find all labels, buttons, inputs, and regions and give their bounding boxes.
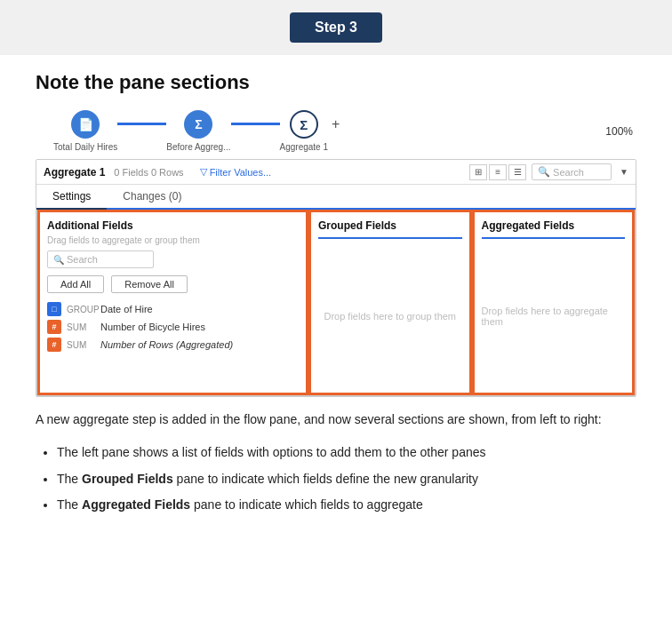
view-icon-3[interactable]: ☰ bbox=[508, 164, 526, 180]
flow-connector-1 bbox=[117, 123, 166, 125]
grouped-fields-title: Grouped Fields bbox=[318, 219, 462, 239]
field-type-3: SUM bbox=[67, 340, 95, 350]
left-search-icon: 🔍 bbox=[53, 255, 64, 265]
flow-connector-2 bbox=[231, 123, 280, 125]
add-all-button[interactable]: Add All bbox=[47, 275, 104, 293]
flow-node-aggregate1: Σ Aggregate 1 bbox=[280, 110, 329, 152]
field-item-date-of-hire: □ GROUP Date of Hire bbox=[47, 302, 299, 316]
field-name-2: Number of Bicycle Hires bbox=[100, 322, 205, 332]
bullet-list: The left pane shows a list of fields wit… bbox=[36, 441, 636, 516]
field-icon-sum1: # bbox=[47, 320, 61, 334]
flow-diagram: 📄 Total Daily Hires Σ Before Aggreg... Σ… bbox=[36, 110, 636, 152]
filter-button[interactable]: ▽ Filter Values... bbox=[200, 166, 272, 178]
view-icon-1[interactable]: ⊞ bbox=[469, 164, 487, 180]
field-name-3: Number of Rows (Aggregated) bbox=[100, 339, 233, 350]
additional-fields-pane: Additional Fields Drag fields to aggrega… bbox=[37, 210, 308, 395]
field-icon-group: □ bbox=[47, 302, 61, 316]
field-item-bicycle-hires: # SUM Number of Bicycle Hires bbox=[47, 320, 299, 334]
page-title: Note the pane sections bbox=[36, 71, 636, 94]
doc-icon: 📄 bbox=[71, 110, 100, 139]
flow-node-total-daily-hires: 📄 Total Daily Hires bbox=[53, 110, 117, 152]
field-type-2: SUM bbox=[67, 322, 95, 332]
bold-grouped: Grouped Fields bbox=[82, 472, 173, 486]
dropdown-arrow[interactable]: ▼ bbox=[620, 167, 628, 177]
grouped-fields-pane: Grouped Fields Drop fields here to group… bbox=[308, 210, 472, 395]
plus-icon: + bbox=[332, 116, 340, 132]
sigma-icon-2: Σ bbox=[184, 110, 212, 139]
field-type-1: GROUP bbox=[67, 305, 95, 314]
left-pane-hint: Drag fields to aggregate or group them bbox=[47, 235, 299, 245]
tab-settings[interactable]: Settings bbox=[36, 185, 107, 210]
sigma-icon-active: Σ bbox=[290, 110, 318, 139]
tab-bar: Settings Changes (0) bbox=[36, 185, 636, 210]
bold-aggregated: Aggregated Fields bbox=[82, 497, 190, 512]
field-list: □ GROUP Date of Hire # SUM Number of Bic… bbox=[47, 302, 299, 352]
view-icon-2[interactable]: ≡ bbox=[489, 164, 507, 180]
field-icon-sum2: # bbox=[47, 338, 61, 352]
field-name-1: Date of Hire bbox=[100, 304, 153, 314]
aggregated-drop-hint: Drop fields here to aggregate them bbox=[482, 246, 626, 386]
tab-changes[interactable]: Changes (0) bbox=[107, 185, 197, 208]
left-pane-title: Additional Fields bbox=[47, 219, 299, 232]
search-box[interactable]: 🔍 Search bbox=[532, 163, 612, 180]
panel-meta: 0 Fields 0 Rows bbox=[114, 167, 183, 178]
field-item-rows-aggregated: # SUM Number of Rows (Aggregated) bbox=[47, 338, 299, 352]
panel-toolbar: Aggregate 1 0 Fields 0 Rows ▽ Filter Val… bbox=[36, 160, 636, 185]
zoom-level: 100% bbox=[605, 125, 636, 138]
bullet-2: The Grouped Fields pane to indicate whic… bbox=[57, 468, 636, 490]
description-text: A new aggregate step is added in the flo… bbox=[36, 409, 636, 429]
btn-row: Add All Remove All bbox=[47, 275, 299, 293]
aggregated-fields-pane: Aggregated Fields Drop fields here to ag… bbox=[472, 210, 636, 395]
three-col-area: Additional Fields Drag fields to aggrega… bbox=[36, 210, 636, 396]
panel-title: Aggregate 1 bbox=[44, 166, 105, 179]
search-icon: 🔍 bbox=[538, 166, 550, 178]
filter-icon: ▽ bbox=[200, 166, 207, 178]
aggregate-panel: Aggregate 1 0 Fields 0 Rows ▽ Filter Val… bbox=[36, 159, 636, 397]
remove-all-button[interactable]: Remove All bbox=[111, 275, 188, 293]
bullet-3: The Aggregated Fields pane to indicate w… bbox=[57, 494, 636, 516]
grouped-drop-hint: Drop fields here to group them bbox=[318, 246, 462, 386]
left-pane-search[interactable]: 🔍 Search bbox=[47, 250, 154, 268]
flow-node-before-aggreg: Σ Before Aggreg... bbox=[166, 110, 230, 152]
step-badge: Step 3 bbox=[290, 12, 382, 43]
view-icons: ⊞ ≡ ☰ bbox=[469, 164, 526, 180]
bullet-1: The left pane shows a list of fields wit… bbox=[57, 441, 636, 464]
aggregated-fields-title: Aggregated Fields bbox=[482, 219, 626, 239]
step-header: Step 3 bbox=[0, 0, 672, 55]
toolbar-right: ⊞ ≡ ☰ 🔍 Search ▼ bbox=[469, 163, 628, 180]
